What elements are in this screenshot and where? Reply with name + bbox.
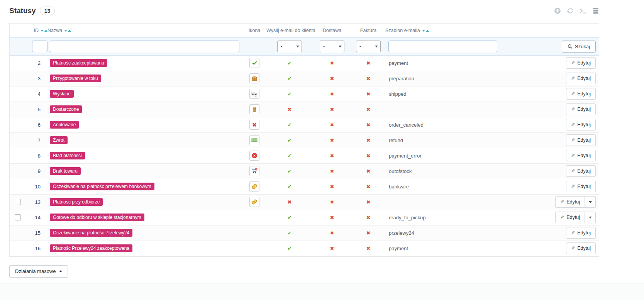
edit-button-label: Edytuj [577, 107, 591, 112]
cross-mark-icon: ✖ [288, 199, 292, 205]
id-cell: 14 [25, 210, 47, 225]
edit-button-label: Edytuj [566, 215, 580, 220]
checkbox-cell [10, 132, 25, 148]
cross-mark-icon: ✖ [366, 230, 371, 236]
name-filter-input[interactable] [50, 41, 239, 52]
pencil-icon: ✎ [560, 199, 564, 205]
email-filter-select-wrap: - [277, 41, 302, 52]
invoice-filter-select[interactable]: - [356, 41, 381, 52]
table-row: 5Dostarczone✖✖✖✎Edytuj [10, 102, 599, 117]
icon-cell [242, 86, 266, 102]
email-cell: ✔ [266, 71, 313, 86]
edit-dropdown-toggle[interactable] [585, 212, 596, 223]
sort-icons[interactable] [64, 30, 71, 32]
edit-button[interactable]: ✎Edytuj [566, 181, 596, 192]
column-header-template[interactable]: Szablon e-maila [385, 24, 501, 37]
check-circle-icon [249, 58, 259, 68]
sort-desc-icon[interactable] [422, 30, 425, 32]
status-list-panel: ID Nazwa Ikona Wyslij e-mail do klienta … [9, 23, 599, 257]
id-filter-input[interactable] [32, 41, 47, 52]
pencil-icon: ✎ [571, 91, 575, 97]
name-cell: Brak towaru [47, 163, 242, 179]
edit-button[interactable]: ✎Edytuj [566, 150, 596, 161]
column-header-invoice: Faktura [351, 24, 385, 37]
edit-button[interactable]: ✎Edytuj [566, 242, 596, 254]
invoice-filter-select-wrap: - [356, 41, 381, 52]
template-cell: ready_to_pickup [385, 210, 501, 225]
edit-button[interactable]: ✎Edytuj [566, 119, 596, 131]
status-badge: Przygotowanie w toku [50, 75, 101, 82]
sort-icons[interactable] [422, 30, 429, 32]
email-filter-select[interactable]: - [277, 41, 302, 52]
database-icon[interactable] [592, 7, 599, 14]
edit-button[interactable]: ✎Edytuj [555, 212, 585, 223]
icon-cell [242, 241, 266, 256]
terminal-icon[interactable] [580, 7, 586, 14]
cross-mark-icon: ✖ [366, 60, 371, 66]
edit-button[interactable]: ✎Edytuj [566, 73, 596, 84]
sort-desc-icon[interactable] [64, 30, 67, 32]
delivery-cell: ✖ [313, 117, 351, 132]
edit-button[interactable]: ✎Edytuj [555, 196, 585, 208]
header-toolbar [554, 7, 599, 14]
template-filter-input[interactable] [388, 41, 497, 52]
delivery-filter-select[interactable]: - [320, 41, 344, 52]
name-cell: Zwrot [47, 132, 242, 148]
row-checkbox[interactable] [15, 214, 21, 220]
email-cell: ✔ [266, 55, 313, 71]
name-cell: Płatnośc Przelewy24 zaakceptowana [47, 241, 242, 256]
table-row: 10Oczekiwanie na płatnośc przelewem bank… [10, 179, 599, 194]
edit-button-label: Edytuj [577, 230, 591, 236]
edit-button[interactable]: ✎Edytuj [566, 57, 596, 69]
icon-cell [242, 163, 266, 179]
edit-button-group: ✎Edytuj [566, 103, 596, 115]
template-cell: order_canceled [385, 117, 501, 132]
delivery-cell: ✖ [313, 86, 351, 102]
sort-asc-icon[interactable] [68, 30, 71, 32]
status-badge: Anulowane [50, 121, 79, 129]
caret-down-icon [589, 201, 592, 203]
sort-icons[interactable] [41, 30, 47, 32]
edit-button[interactable]: ✎Edytuj [566, 103, 596, 115]
cross-mark-icon: ✖ [366, 153, 371, 159]
status-badge: Wysłane [50, 90, 74, 98]
edit-dropdown-toggle[interactable] [585, 196, 596, 208]
count-badge: 13 [40, 7, 55, 15]
sort-desc-icon[interactable] [41, 30, 44, 32]
delivery-cell: ✖ [313, 102, 351, 117]
edit-button[interactable]: ✎Edytuj [566, 134, 596, 146]
icon-cell [242, 117, 266, 132]
edit-button[interactable]: ✎Edytuj [566, 165, 596, 177]
edit-button-label: Edytuj [577, 246, 591, 251]
invoice-cell: ✖ [351, 148, 385, 163]
name-cell: Błąd płatonsci [47, 148, 242, 163]
email-cell: ✖ [266, 102, 313, 117]
row-checkbox[interactable] [15, 199, 21, 205]
cross-mark-icon: ✖ [330, 153, 334, 159]
template-cell: payment_error [385, 148, 501, 163]
sort-asc-icon[interactable] [426, 30, 429, 32]
cross-mark-icon: ✖ [330, 246, 334, 251]
template-cell: outofstock [385, 163, 501, 179]
column-header-id[interactable]: ID [25, 24, 47, 37]
edit-button[interactable]: ✎Edytuj [566, 227, 596, 239]
id-cell: 6 [25, 117, 47, 132]
refresh-icon[interactable] [567, 7, 574, 14]
column-label-template: Szablon e-maila [385, 28, 420, 33]
cross-mark-icon: ✖ [366, 122, 371, 128]
invoice-cell: ✖ [351, 194, 385, 210]
check-mark-icon: ✔ [288, 230, 292, 236]
search-button[interactable]: Szukaj [562, 41, 596, 53]
edit-button-label: Edytuj [577, 168, 591, 174]
pencil-icon: ✎ [571, 76, 575, 81]
add-icon[interactable] [554, 7, 561, 14]
column-header-name[interactable]: Nazwa [47, 24, 242, 37]
sort-asc-icon[interactable] [44, 30, 47, 32]
package-icon [249, 73, 259, 83]
delivery-cell: ✖ [313, 132, 351, 148]
cross-mark-icon: ✖ [330, 91, 334, 97]
bulk-actions-button[interactable]: Działania masowe [9, 265, 68, 278]
edit-button-group: ✎Edytuj [566, 119, 596, 131]
name-cell: Gotowe do odbioru w sklepie stacjonarnym [47, 210, 242, 225]
edit-button[interactable]: ✎Edytuj [566, 88, 596, 100]
